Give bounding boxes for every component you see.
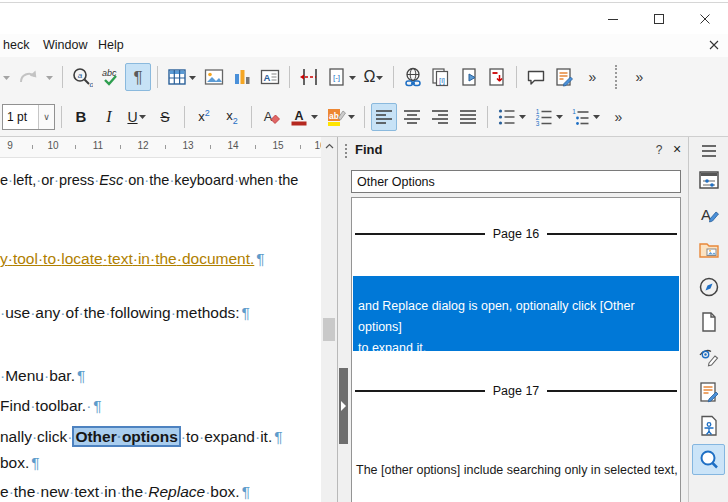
bookmark-button[interactable] bbox=[456, 63, 482, 91]
chevron-down-icon[interactable]: ∨ bbox=[38, 105, 54, 129]
comment-button[interactable] bbox=[523, 63, 549, 91]
standard-toolbar: adabc¶A[-]Ω[i]»» bbox=[0, 57, 728, 97]
find-results-list[interactable]: Page 16and Replace dialog is open, optio… bbox=[351, 197, 681, 502]
gallery-tab-button[interactable] bbox=[695, 236, 723, 264]
align-center-button[interactable] bbox=[399, 103, 425, 131]
accessibility-check-tab-button[interactable] bbox=[695, 412, 723, 440]
outline-list-icon: 1 bbox=[570, 106, 592, 128]
insert-chart-button[interactable] bbox=[229, 63, 255, 91]
find-result[interactable]: The [other options] include searching on… bbox=[352, 463, 681, 477]
horizontal-ruler[interactable]: 910111213141516 bbox=[0, 137, 321, 158]
style-inspector-tab-button[interactable] bbox=[695, 343, 723, 371]
page-tab-button[interactable] bbox=[695, 308, 723, 336]
track-changes-button[interactable] bbox=[551, 63, 577, 91]
justify-button[interactable] bbox=[455, 103, 481, 131]
svg-text:A: A bbox=[264, 72, 271, 83]
formatting-mark: · bbox=[35, 483, 40, 500]
minimize-button[interactable] bbox=[598, 8, 628, 30]
maximize-button[interactable] bbox=[644, 8, 674, 30]
dropdown-arrow-icon[interactable] bbox=[518, 112, 527, 121]
find-result-selected[interactable]: and Replace dialog is open, optionally c… bbox=[353, 276, 679, 351]
overflow-chevron-button[interactable]: » bbox=[579, 63, 605, 91]
redo-button[interactable] bbox=[15, 63, 41, 91]
menu-item-check[interactable]: heck bbox=[3, 38, 29, 52]
dropdown-arrow-button[interactable] bbox=[43, 63, 56, 91]
properties-icon bbox=[697, 168, 721, 192]
insert-table-icon bbox=[166, 66, 188, 88]
insert-image-button[interactable] bbox=[201, 63, 227, 91]
svg-text:a: a bbox=[78, 71, 83, 80]
bullet-list-button[interactable] bbox=[494, 103, 529, 131]
find-search-input[interactable] bbox=[351, 170, 681, 193]
outline-list-button[interactable]: 1 bbox=[568, 103, 603, 131]
find-replace-button[interactable]: ad bbox=[69, 63, 95, 91]
ruler-number: 14 bbox=[227, 140, 238, 151]
bold-button[interactable]: B bbox=[68, 103, 94, 131]
find-tab-button[interactable] bbox=[692, 444, 725, 475]
strikethrough-button[interactable]: S bbox=[152, 103, 178, 131]
overflow-chevron-button[interactable]: » bbox=[626, 63, 652, 91]
find-replace-icon: ad bbox=[71, 66, 93, 88]
formatting-marks-button[interactable]: ¶ bbox=[125, 63, 151, 91]
underline-button[interactable]: U bbox=[124, 103, 150, 131]
scrollbar-thumb[interactable] bbox=[323, 318, 335, 341]
dropdown-arrow-button[interactable] bbox=[0, 63, 13, 91]
sidebar-settings-tab-button[interactable] bbox=[695, 137, 723, 165]
dropdown-arrow-icon[interactable] bbox=[555, 112, 564, 121]
pilcrow-mark: ¶ bbox=[77, 367, 85, 384]
highlight-color-button[interactable]: ab bbox=[323, 103, 358, 131]
formatting-mark: · bbox=[117, 428, 122, 445]
pilcrow-mark: ¶ bbox=[93, 397, 101, 414]
align-left-button[interactable] bbox=[371, 103, 397, 131]
hyperlink-button[interactable] bbox=[400, 63, 426, 91]
dropdown-arrow-icon[interactable] bbox=[188, 73, 197, 82]
text-box-button[interactable]: A bbox=[257, 63, 283, 91]
ruler-number: 12 bbox=[137, 140, 148, 151]
align-right-button[interactable] bbox=[427, 103, 453, 131]
panel-close-button[interactable]: × bbox=[670, 141, 684, 157]
close-document-button[interactable] bbox=[705, 36, 723, 54]
clear-formatting-button[interactable]: A bbox=[258, 103, 284, 131]
ruler-number: 11 bbox=[93, 140, 103, 151]
formatting-marks-icon: ¶ bbox=[133, 69, 142, 86]
find-sidebar-deck: Find ? × Page 16and Replace dialog is op… bbox=[338, 137, 688, 502]
document-line: ·use·any·of·the·following·methods:¶ bbox=[0, 304, 250, 322]
dropdown-arrow-icon[interactable] bbox=[348, 73, 357, 82]
svg-text:1: 1 bbox=[572, 108, 576, 115]
insert-table-button[interactable] bbox=[164, 63, 199, 91]
page-break-button[interactable] bbox=[296, 63, 322, 91]
font-color-button[interactable]: A bbox=[286, 103, 321, 131]
styles-tab-button[interactable]: A bbox=[695, 201, 723, 229]
cross-reference-button[interactable] bbox=[484, 63, 510, 91]
close-button[interactable] bbox=[690, 8, 720, 30]
formatting-mark: · bbox=[56, 250, 61, 267]
formatting-mark: · bbox=[60, 304, 65, 321]
properties-tab-button[interactable] bbox=[695, 166, 723, 194]
dropdown-arrow-icon[interactable] bbox=[592, 112, 601, 121]
document-scrollbar[interactable] bbox=[321, 137, 337, 502]
separator-line bbox=[355, 390, 485, 392]
numbered-list-button[interactable]: 123 bbox=[531, 103, 566, 131]
subscript-button[interactable]: x2 bbox=[219, 103, 245, 131]
manage-changes-tab-button[interactable] bbox=[695, 378, 723, 406]
insert-field-button[interactable]: [-] bbox=[324, 63, 359, 91]
menu-item-window[interactable]: Window bbox=[43, 38, 87, 52]
dropdown-arrow-icon[interactable] bbox=[310, 112, 319, 121]
panel-grip-icon bbox=[345, 144, 349, 158]
dropdown-arrow-icon[interactable] bbox=[138, 112, 147, 121]
dropdown-arrow-icon[interactable] bbox=[347, 112, 356, 121]
document-text-area[interactable]: e·left,·or·press·Esc·on·the·keyboard·whe… bbox=[0, 158, 321, 502]
spelling-button[interactable]: abc bbox=[97, 63, 123, 91]
font-size-combo[interactable]: 1 pt∨ bbox=[2, 104, 55, 130]
overflow-chevron-button[interactable]: » bbox=[605, 103, 631, 131]
navigator-tab-button[interactable] bbox=[695, 273, 723, 301]
scrollbar-up-button[interactable] bbox=[321, 139, 337, 153]
italic-button[interactable]: I bbox=[96, 103, 122, 131]
sidebar-hide-handle[interactable] bbox=[339, 368, 348, 444]
panel-help-button[interactable]: ? bbox=[653, 143, 665, 157]
index-entry-button[interactable]: [i] bbox=[428, 63, 454, 91]
dropdown-arrow-icon[interactable] bbox=[375, 73, 384, 82]
special-character-button[interactable]: Ω bbox=[361, 63, 387, 91]
menu-item-help[interactable]: Help bbox=[98, 38, 124, 52]
superscript-button[interactable]: x2 bbox=[191, 103, 217, 131]
